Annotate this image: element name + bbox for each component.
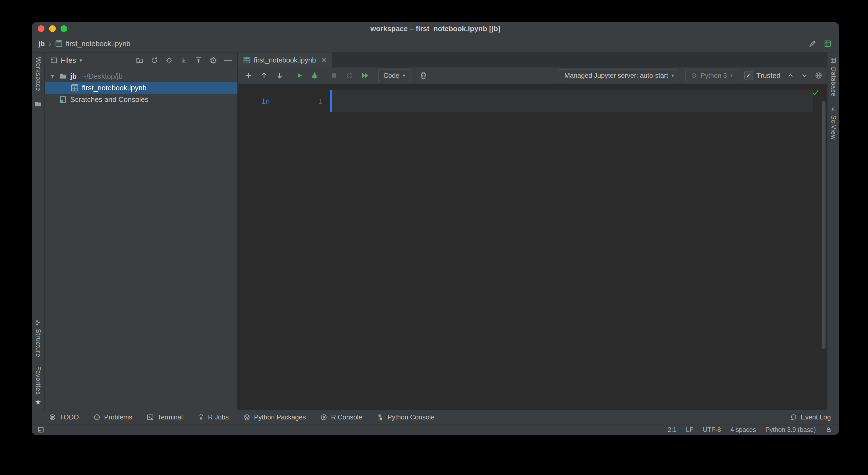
new-folder-icon[interactable] bbox=[136, 56, 144, 64]
files-view-icon[interactable] bbox=[50, 57, 58, 64]
next-cell-chevron-icon[interactable] bbox=[801, 72, 808, 80]
tab-first-notebook[interactable]: first_notebook.ipynb × bbox=[238, 53, 332, 67]
toolwindow-button-files[interactable] bbox=[34, 96, 42, 112]
hide-panel-icon[interactable]: — bbox=[224, 56, 232, 64]
inspection-ok-check-icon[interactable] bbox=[811, 88, 819, 97]
toolwindow-button-terminal[interactable]: Terminal bbox=[147, 413, 183, 421]
problems-icon bbox=[93, 414, 100, 421]
toolwindow-button-python-packages[interactable]: Python Packages bbox=[243, 413, 306, 421]
r-console-icon: R bbox=[320, 414, 328, 421]
chevron-down-icon: ▾ bbox=[672, 72, 674, 79]
trusted-label: Trusted bbox=[756, 71, 780, 80]
code-cell-input[interactable] bbox=[330, 90, 813, 112]
cell-type-value: Code bbox=[383, 72, 399, 80]
delete-cell-icon[interactable] bbox=[417, 69, 430, 82]
move-cell-up-icon[interactable] bbox=[258, 69, 271, 82]
jupyter-server-dropdown[interactable]: Managed Jupyter server: auto-start ▾ bbox=[559, 69, 679, 82]
terminal-label: Terminal bbox=[157, 413, 183, 421]
refresh-icon[interactable] bbox=[151, 56, 158, 64]
svg-text:R: R bbox=[199, 416, 203, 421]
tree-row-scratches[interactable]: Scratches and Consoles bbox=[45, 94, 238, 105]
toolwindow-button-event-log[interactable]: Event Log bbox=[790, 413, 831, 421]
toolwindow-button-r-console[interactable]: R R Console bbox=[320, 413, 362, 421]
notebook-cell: In _ 1 bbox=[238, 90, 827, 112]
encoding-widget[interactable]: UTF-8 bbox=[703, 426, 721, 434]
notebook-editor[interactable]: In _ 1 bbox=[238, 84, 827, 410]
close-window-button[interactable] bbox=[38, 25, 44, 32]
toolwindow-button-structure[interactable]: Structure bbox=[34, 315, 42, 362]
main-area: Workspace Structure Favorites ★ bbox=[32, 53, 839, 410]
left-toolwindow-stripe: Workspace Structure Favorites ★ bbox=[32, 53, 45, 410]
files-view-caret-icon[interactable]: ▾ bbox=[80, 57, 82, 64]
zoom-window-button[interactable] bbox=[61, 25, 67, 32]
files-panel: Files ▾ bbox=[45, 53, 238, 410]
expand-chevron-icon[interactable]: ▾ bbox=[49, 73, 56, 80]
debug-cell-icon[interactable] bbox=[308, 69, 321, 82]
interpreter-widget[interactable]: Python 3.9 (base) bbox=[765, 426, 816, 434]
close-tab-icon[interactable]: × bbox=[321, 56, 327, 64]
kernel-dropdown[interactable]: Python 3 ▾ bbox=[685, 69, 738, 82]
kernel-value: Python 3 bbox=[701, 72, 727, 80]
breadcrumb: jb › first_notebook.ipynb bbox=[38, 39, 809, 48]
restart-kernel-icon[interactable] bbox=[343, 69, 356, 82]
breadcrumb-project[interactable]: jb bbox=[38, 39, 45, 48]
structure-icon bbox=[35, 320, 41, 326]
tree-row-notebook-file[interactable]: first_notebook.ipynb bbox=[45, 82, 238, 94]
jupyter-server-value: Managed Jupyter server: auto-start bbox=[564, 72, 668, 80]
toolwindow-layout-icon[interactable] bbox=[37, 426, 44, 433]
stop-kernel-icon[interactable] bbox=[328, 69, 340, 82]
toolwindow-button-todo[interactable]: TODO bbox=[49, 413, 79, 421]
line-separator-widget[interactable]: LF bbox=[686, 426, 693, 434]
previous-cell-chevron-icon[interactable] bbox=[787, 72, 795, 80]
trusted-checkbox[interactable]: ✓ Trusted bbox=[744, 71, 780, 80]
database-label: Database bbox=[830, 67, 837, 96]
add-cell-icon[interactable] bbox=[242, 69, 255, 82]
toolwindow-button-problems[interactable]: Problems bbox=[93, 413, 132, 421]
files-panel-title[interactable]: Files bbox=[61, 56, 76, 65]
structure-label: Structure bbox=[34, 329, 42, 357]
toolwindow-button-r-jobs[interactable]: R R Jobs bbox=[197, 413, 229, 421]
kernel-icon bbox=[690, 72, 697, 79]
indent-widget[interactable]: 4 spaces bbox=[730, 426, 756, 434]
toolwindow-button-python-console[interactable]: Python Console bbox=[377, 413, 435, 421]
tree-row-project-root[interactable]: ▾ jb ~/Desktop/jb bbox=[45, 70, 238, 82]
breadcrumb-file[interactable]: first_notebook.ipynb bbox=[66, 39, 130, 48]
expand-all-icon[interactable] bbox=[180, 56, 188, 64]
run-cell-icon[interactable] bbox=[293, 69, 305, 82]
toolwindow-button-sciview[interactable]: SciView bbox=[830, 101, 837, 144]
green-notebook-icon[interactable] bbox=[824, 39, 832, 48]
folder-icon bbox=[59, 72, 67, 80]
todo-icon bbox=[49, 414, 56, 421]
cell-gutter: In _ 1 bbox=[238, 90, 330, 112]
minimize-window-button[interactable] bbox=[49, 25, 56, 32]
workspace-label: Workspace bbox=[34, 57, 42, 91]
todo-label: TODO bbox=[60, 413, 79, 421]
globe-icon[interactable] bbox=[814, 71, 823, 80]
python-console-icon bbox=[377, 414, 384, 421]
favorites-star-icon: ★ bbox=[35, 398, 41, 406]
move-cell-down-icon[interactable] bbox=[273, 69, 286, 82]
event-log-icon bbox=[790, 414, 797, 421]
editor-tab-bar: first_notebook.ipynb × bbox=[238, 53, 827, 67]
toolwindow-button-favorites[interactable]: Favorites ★ bbox=[34, 362, 42, 410]
toolwindow-button-workspace[interactable]: Workspace bbox=[34, 53, 42, 96]
caret-position-widget[interactable]: 2:1 bbox=[668, 426, 676, 434]
editor-scrollbar[interactable] bbox=[822, 101, 826, 349]
event-log-label: Event Log bbox=[801, 413, 831, 421]
checkbox-check-icon: ✓ bbox=[744, 71, 753, 80]
navbar-actions bbox=[809, 39, 832, 48]
edit-source-icon[interactable] bbox=[809, 39, 817, 48]
lock-icon[interactable] bbox=[825, 426, 832, 433]
title-bar: workspace – first_notebook.ipynb [jb] bbox=[32, 22, 839, 35]
status-bar-widgets: 2:1 LF UTF-8 4 spaces Python 3.9 (base) bbox=[668, 426, 832, 434]
status-bar: 2:1 LF UTF-8 4 spaces Python 3.9 (base) bbox=[32, 424, 839, 435]
run-all-cells-icon[interactable] bbox=[359, 69, 372, 82]
settings-gear-icon[interactable]: ⚙ bbox=[209, 56, 217, 65]
collapse-all-icon[interactable] bbox=[195, 56, 203, 64]
ide-window: workspace – first_notebook.ipynb [jb] jb… bbox=[32, 22, 839, 435]
cell-type-dropdown[interactable]: Code ▾ bbox=[378, 69, 410, 82]
folder-icon bbox=[34, 100, 42, 108]
locate-file-icon[interactable] bbox=[165, 56, 173, 64]
database-icon bbox=[830, 57, 837, 64]
toolwindow-button-database[interactable]: Database bbox=[830, 53, 837, 101]
